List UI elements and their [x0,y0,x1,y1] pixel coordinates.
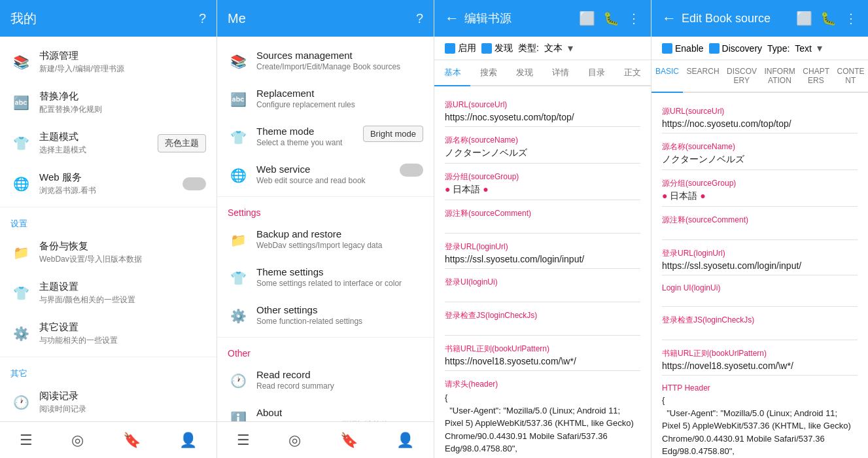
field-value-sourcegroup-cn[interactable]: ● 日本語 ● [445,184,640,200]
field-empty-logincheckjs-cn[interactable] [445,323,640,336]
read-record-title: 阅读记录 [39,390,206,402]
menu2-item-theme[interactable]: 👕 Theme mode Select a theme you want Bri… [217,118,434,156]
tab-discovery-en[interactable]: DISCOVERY [723,60,760,93]
type-label-cn: 类型: [518,43,539,54]
tab-chapters-en[interactable]: CHAPTERS [799,60,833,93]
menu2-item-read-record[interactable]: 🕐 Read record Read record summary [217,361,434,399]
tab-content-cn[interactable]: 正文 [615,60,651,86]
menu-item-read-record[interactable]: 🕐 阅读记录 阅读时间记录 [0,382,217,421]
tab-information-en[interactable]: INFORMATION [761,60,799,93]
menu2-item-web[interactable]: 🌐 Web service Web edit source and read b… [217,156,434,194]
tab-basic-en[interactable]: BASIC [651,60,683,93]
field-empty-loginui-cn[interactable] [445,289,640,302]
panel3-header: ← 编辑书源 ⬜ 🐛 ⋮ [434,0,651,37]
discovery-checkbox-en[interactable]: Discovery [709,43,762,54]
panel4-back-icon[interactable]: ← [662,10,676,27]
bottom2-explore-icon[interactable]: ◎ [288,432,301,449]
divider4 [217,337,434,338]
field-label-sourcename-cn: 源名称(sourceName) [445,135,640,146]
field-value-sourceurl-cn[interactable]: https://noc.syosetu.com/top/top/ [445,112,640,127]
field-empty-sourcecomment-cn[interactable] [445,220,640,234]
menu-item-other-settings[interactable]: ⚙️ 其它设置 与功能相关的一些设置 [0,313,217,354]
menu2-item-other-settings[interactable]: ⚙️ Other settings Some function-related … [217,296,434,334]
sources-title: 书源管理 [39,50,206,62]
field-value-bookurl-cn[interactable]: https://novel18.syosetu.com/\w*/ [445,356,640,371]
discovery-label-cn: 发现 [495,43,513,54]
discovery-checkbox-cn[interactable]: 发现 [481,43,513,54]
menu-item-replacement[interactable]: 🔤 替换净化 配置替换净化规则 [0,82,217,123]
bottom-bookmark-icon[interactable]: 🔖 [123,432,141,449]
menu-item-theme[interactable]: 👕 主题模式 选择主题模式 亮色主题 [0,123,217,164]
field-value-header-en[interactable]: { "User-Agent": "Mozilla/5.0 (Linux; And… [662,394,858,458]
read-record-subtitle: 阅读时间记录 [39,404,206,415]
panel3-more-icon[interactable]: ⋮ [627,10,640,26]
tab-search-cn[interactable]: 搜索 [470,60,506,86]
panel1-header: 我的 ? [0,0,217,37]
bottom2-user-icon[interactable]: 👤 [396,432,414,449]
field-value-bookurl-en[interactable]: https://novel18.syosetu.com/\w*/ [662,361,858,376]
menu2-item-theme-settings[interactable]: 👕 Theme settings Some settings related t… [217,258,434,296]
panel4-bug-icon[interactable]: 🐛 [820,10,837,26]
theme-icon: 👕 [10,133,31,154]
theme2-badge[interactable]: Bright mode [363,126,423,142]
menu2-item-sources[interactable]: 📚 Sources management Create/Import/Edit/… [217,42,434,80]
backup2-subtitle: WebDav settings/Import legacy data [256,241,423,250]
menu2-item-backup[interactable]: 📁 Backup and restore WebDav settings/Imp… [217,220,434,258]
sources-subtitle: 新建/导入/编辑/管理书源 [39,63,206,75]
menu2-item-replacement[interactable]: 🔤 Replacement Configure replacement rule… [217,80,434,118]
menu2-item-about[interactable]: ℹ️ About Wechat official account [开源阅读软件… [217,399,434,421]
menu-item-sources[interactable]: 📚 书源管理 新建/导入/编辑/管理书源 [0,42,217,82]
panel4-header: ← Edit Book source ⬜ 🐛 ⋮ [651,0,868,37]
field-label-bookurl-cn: 书籍URL正则(bookUrlPattern) [445,344,640,355]
enable-checkbox-cn[interactable]: 启用 [445,43,476,54]
enable-cb-box-cn [445,43,455,54]
bottom-menu-icon[interactable]: ☰ [20,432,33,449]
bottom-user-icon[interactable]: 👤 [179,432,197,449]
panel3-back-icon[interactable]: ← [445,10,459,27]
field-value-sourcegroup-en[interactable]: ● 日本語 ● [662,190,858,207]
bottom2-menu-icon[interactable]: ☰ [237,432,250,449]
web-toggle[interactable] [182,177,206,190]
tab-basic-cn[interactable]: 基本 [434,60,470,86]
type-dropdown-icon-en[interactable]: ▾ [817,42,822,54]
field-label-logincheckjs-cn: 登录检查JS(loginCheckJs) [445,310,640,321]
field-value-sourcename-en[interactable]: ノクターンノベルズ [662,154,858,170]
bottom-explore-icon[interactable]: ◎ [71,432,84,449]
theme-badge[interactable]: 亮色主题 [158,134,206,152]
tab-details-cn[interactable]: 详情 [543,60,579,86]
type-dropdown-icon-cn[interactable]: ▾ [568,42,573,54]
tab-discovery-cn[interactable]: 发现 [506,60,542,86]
theme-settings-title: 主题设置 [39,281,206,293]
panel4-more-icon[interactable]: ⋮ [844,10,858,26]
field-value-sourceurl-en[interactable]: https://noc.syosetu.com/top/top/ [662,118,858,133]
field-value-header-cn[interactable]: { "User-Agent": "Mozilla/5.0 (Linux; And… [445,391,640,458]
web2-toggle[interactable] [400,164,423,177]
field-value-loginurl-en[interactable]: https://ssl.syosetu.com/login/input/ [662,260,858,275]
about2-icon: ℹ️ [228,408,249,421]
panel3-checkboxes: 启用 发现 类型: 文本 ▾ [434,37,651,60]
panel4-copy-icon[interactable]: ⬜ [796,10,812,26]
panel3-copy-icon[interactable]: ⬜ [579,10,595,26]
field-empty-sourcecomment-en[interactable] [662,227,858,240]
tab-search-en[interactable]: SEARCH [683,60,723,93]
web2-title: Web service [256,164,400,175]
field-empty-logincheckjs-en[interactable] [662,327,858,340]
field-value-sourcename-cn[interactable]: ノクターンノベルズ [445,147,640,164]
panel1-help-icon[interactable]: ? [199,11,206,26]
read-record2-subtitle: Read record summary [256,381,423,391]
panel-edit-en: ← Edit Book source ⬜ 🐛 ⋮ Enable Discover… [651,0,868,458]
theme-settings-subtitle: 与界面/颜色相关的一些设置 [39,294,206,306]
field-label-sourceurl-cn: 源URL(sourceUrl) [445,99,640,111]
tab-content-en[interactable]: CONTENT [833,60,869,93]
panel2-help-icon[interactable]: ? [416,11,423,26]
panel3-bug-icon[interactable]: 🐛 [603,10,619,26]
field-empty-loginui-en[interactable] [662,294,858,307]
backup-subtitle: WebDav设置/导入旧版本数据 [39,254,206,265]
menu-item-backup[interactable]: 📁 备份与恢复 WebDav设置/导入旧版本数据 [0,232,217,273]
enable-checkbox-en[interactable]: Enable [662,43,704,54]
bottom2-bookmark-icon[interactable]: 🔖 [340,432,358,449]
field-value-loginurl-cn[interactable]: https://ssl.syosetu.com/login/input/ [445,254,640,269]
tab-toc-cn[interactable]: 目录 [579,60,615,86]
menu-item-web[interactable]: 🌐 Web 服务 浏览器书源.看书 [0,164,217,204]
menu-item-theme-settings[interactable]: 👕 主题设置 与界面/颜色相关的一些设置 [0,273,217,313]
